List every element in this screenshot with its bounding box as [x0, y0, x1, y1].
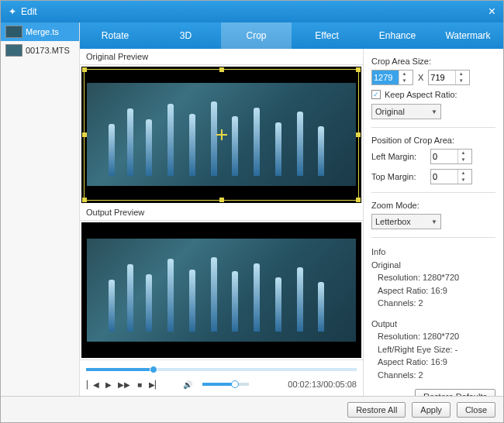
zoom-mode-select[interactable]: Letterbox ▼ — [371, 214, 441, 229]
stop-button[interactable]: ■ — [133, 377, 147, 391]
crop-handle-bm[interactable] — [219, 198, 224, 202]
thumbnail — [5, 26, 22, 38]
aspect-select-value: Original — [375, 107, 405, 116]
keep-aspect-label: Keep Aspect Ratio: — [385, 90, 457, 99]
tab-watermark[interactable]: Watermark — [433, 22, 503, 49]
ffwd-button[interactable]: ▶▶ — [117, 377, 131, 391]
original-preview-label: Original Preview — [80, 49, 363, 65]
original-preview[interactable] — [81, 67, 361, 203]
window-title: Edit — [21, 6, 37, 17]
position-label: Position of Crop Area: — [371, 136, 495, 145]
tab-rotate[interactable]: Rotate — [80, 22, 150, 49]
footer: Restore All Apply Close — [1, 396, 503, 422]
left-margin-input[interactable] — [431, 150, 457, 163]
next-button[interactable]: ▶▏ — [148, 377, 162, 391]
crop-width-stepper[interactable]: ▲▼ — [371, 70, 413, 85]
titlebar: ✦ Edit × — [1, 1, 503, 22]
crop-center-icon[interactable] — [216, 129, 227, 140]
tab-bar: Rotate 3D Crop Effect Enhance Watermark — [80, 22, 503, 49]
crop-height-input[interactable] — [429, 70, 455, 84]
restore-all-button[interactable]: Restore All — [347, 402, 406, 418]
output-preview-label: Output Preview — [80, 205, 363, 221]
close-icon[interactable]: × — [488, 5, 495, 19]
seek-bar[interactable] — [86, 368, 357, 371]
sidebar-item-00173[interactable]: 00173.MTS — [1, 41, 79, 60]
info-original-label: Original — [371, 259, 495, 272]
chevron-up-icon[interactable]: ▲ — [458, 170, 468, 177]
info-original-channels: Channels: 2 — [378, 297, 495, 310]
aspect-select[interactable]: Original ▼ — [371, 104, 441, 119]
sidebar-item-label: Merge.ts — [26, 27, 59, 36]
tab-enhance[interactable]: Enhance — [362, 22, 433, 49]
thumbnail — [5, 44, 22, 57]
crop-height-stepper[interactable]: ▲▼ — [428, 70, 470, 85]
chevron-down-icon[interactable]: ▼ — [399, 77, 409, 84]
chevron-down-icon: ▼ — [431, 108, 437, 115]
info-block: Info Original Resolution: 1280*720 Aspec… — [371, 246, 495, 381]
time-display: 00:02:13/00:05:08 — [288, 380, 357, 389]
volume-icon[interactable]: 🔊 — [181, 377, 195, 391]
info-output-eyesize: Left/Right Eye Size: - — [378, 343, 495, 356]
apply-button[interactable]: Apply — [412, 402, 450, 418]
crop-handle-br[interactable] — [356, 198, 361, 202]
play-button[interactable]: ▶ — [102, 377, 116, 391]
tab-3d[interactable]: 3D — [150, 22, 221, 49]
x-separator: X — [418, 73, 423, 82]
crop-handle-tm[interactable] — [219, 67, 224, 72]
tab-crop[interactable]: Crop — [221, 22, 292, 49]
info-output-label: Output — [371, 318, 495, 331]
chevron-down-icon[interactable]: ▼ — [458, 156, 468, 163]
output-preview — [81, 222, 361, 359]
app-icon: ✦ — [9, 6, 16, 17]
chevron-down-icon[interactable]: ▼ — [458, 177, 468, 184]
zoom-mode-label: Zoom Mode: — [371, 201, 495, 210]
crop-width-input[interactable] — [372, 70, 399, 84]
info-output-resolution: Resolution: 1280*720 — [378, 330, 495, 343]
keep-aspect-checkbox[interactable]: ✓ — [371, 90, 381, 99]
crop-settings-panel: Crop Area Size: ▲▼ X ▲▼ ✓ — [364, 49, 503, 396]
crop-handle-bl[interactable] — [82, 198, 87, 202]
prev-button[interactable]: ▏◀ — [86, 377, 100, 391]
top-margin-label: Top Margin: — [371, 172, 426, 181]
crop-handle-mr[interactable] — [356, 132, 361, 137]
chevron-up-icon[interactable]: ▲ — [458, 150, 468, 156]
chevron-up-icon[interactable]: ▲ — [456, 70, 466, 77]
info-original-aspect: Aspect Ratio: 16:9 — [378, 284, 495, 297]
zoom-mode-value: Letterbox — [375, 217, 411, 226]
playback-controls: ▏◀ ▶ ▶▶ ■ ▶▏ 🔊 00:02:13/00:05:08 — [80, 359, 363, 396]
video-frame — [87, 239, 356, 342]
crop-rectangle[interactable] — [84, 69, 359, 201]
crop-handle-ml[interactable] — [82, 132, 87, 137]
close-button[interactable]: Close — [457, 402, 495, 418]
left-margin-label: Left Margin: — [371, 152, 426, 161]
top-margin-stepper[interactable]: ▲▼ — [430, 169, 472, 184]
info-heading: Info — [371, 246, 495, 259]
chevron-down-icon[interactable]: ▼ — [456, 77, 466, 84]
info-output-channels: Channels: 2 — [378, 369, 495, 382]
restore-defaults-button[interactable]: Restore Defaults — [415, 389, 495, 396]
chevron-up-icon[interactable]: ▲ — [399, 70, 409, 77]
sidebar-item-merge[interactable]: Merge.ts — [1, 22, 79, 41]
info-original-resolution: Resolution: 1280*720 — [378, 271, 495, 284]
tab-effect[interactable]: Effect — [292, 22, 362, 49]
top-margin-input[interactable] — [431, 170, 457, 184]
crop-handle-tr[interactable] — [356, 67, 361, 72]
info-output-aspect: Aspect Ratio: 16:9 — [378, 356, 495, 369]
crop-area-size-label: Crop Area Size: — [371, 57, 495, 66]
chevron-down-icon: ▼ — [431, 218, 437, 225]
volume-slider[interactable] — [202, 383, 249, 386]
sidebar-item-label: 00173.MTS — [26, 46, 70, 55]
left-margin-stepper[interactable]: ▲▼ — [430, 149, 472, 164]
crop-handle-tl[interactable] — [82, 67, 87, 72]
file-sidebar: Merge.ts 00173.MTS — [1, 22, 80, 396]
